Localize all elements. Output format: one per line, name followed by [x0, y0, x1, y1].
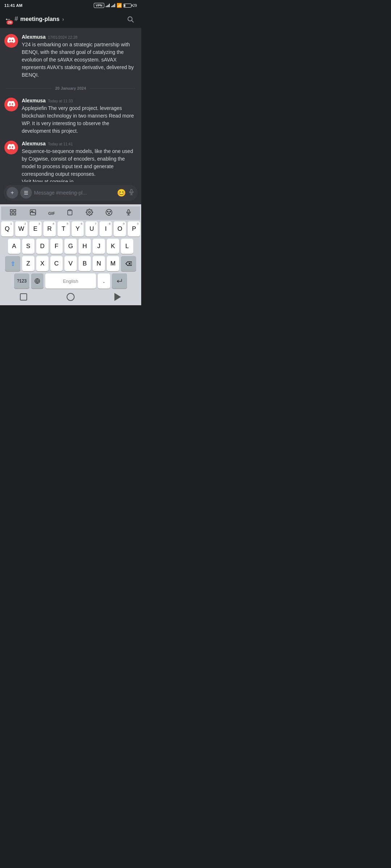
svg-rect-7 — [14, 210, 16, 212]
period-key[interactable]: . — [98, 273, 110, 289]
key-row-3: ⇧ Z X C V B N M — [1, 256, 140, 271]
input-row: + Message #meeting-pl... 😊 — [4, 185, 138, 201]
globe-key[interactable] — [31, 273, 43, 289]
keyboard-grid-button[interactable] — [7, 208, 19, 218]
key-p[interactable]: P0 — [128, 221, 140, 237]
keyboard-gif-button[interactable]: GIF — [47, 210, 56, 216]
svg-rect-9 — [14, 213, 16, 215]
avatar-1 — [4, 34, 18, 48]
nav-home-button[interactable] — [64, 292, 77, 302]
mic-button[interactable] — [128, 188, 135, 197]
key-s[interactable]: S — [22, 239, 34, 254]
key-i[interactable]: I8 — [100, 221, 112, 237]
channel-chevron-icon: › — [62, 16, 64, 22]
svg-rect-8 — [10, 213, 13, 215]
date-divider: 20 January 2024 — [0, 82, 141, 95]
plus-icon: + — [10, 190, 14, 196]
svg-point-16 — [110, 211, 111, 212]
svg-point-14 — [106, 209, 112, 216]
search-button[interactable] — [124, 13, 137, 26]
message-text-1: Y24 is embarking on a strategic partners… — [22, 41, 137, 79]
key-d[interactable]: D — [36, 239, 49, 254]
key-n[interactable]: N — [93, 256, 105, 271]
keyboard-settings-button[interactable] — [84, 208, 95, 218]
key-u[interactable]: U7 — [85, 221, 98, 237]
spacebar[interactable]: English — [45, 273, 96, 289]
svg-point-17 — [109, 213, 110, 214]
message-input[interactable]: Message #meeting-pl... — [34, 190, 115, 196]
vpn-badge: VPN — [94, 3, 104, 8]
nav-back-button[interactable] — [17, 292, 30, 302]
key-j[interactable]: J — [93, 239, 105, 254]
divider-line-left — [6, 88, 52, 89]
pen-button[interactable] — [20, 187, 32, 199]
shift-key[interactable]: ⇧ — [5, 256, 20, 271]
key-f[interactable]: F — [50, 239, 63, 254]
emoji-button[interactable]: 😊 — [117, 188, 126, 197]
delete-key[interactable] — [121, 256, 136, 271]
divider-text: 20 January 2024 — [55, 86, 86, 90]
message-group-2: Alexmusa Today at 11:33 Applepiefin The … — [0, 95, 141, 138]
nav-circle-icon — [67, 293, 75, 301]
nav-recent-button[interactable] — [111, 292, 124, 302]
key-v[interactable]: V — [64, 256, 77, 271]
key-r[interactable]: R4 — [43, 221, 56, 237]
message-content-1: Alexmusa 17/01/2024 22:28 Y24 is embarki… — [22, 34, 137, 79]
keyboard-clipboard-button[interactable] — [64, 208, 75, 218]
key-e[interactable]: E3 — [29, 221, 42, 237]
svg-rect-3 — [131, 189, 133, 192]
keyboard-mic-button[interactable] — [123, 208, 134, 218]
key-a[interactable]: A — [8, 239, 20, 254]
key-g[interactable]: G — [64, 239, 77, 254]
message-text-2: Applepiefin The very good project. lever… — [22, 105, 137, 135]
key-w[interactable]: W2 — [15, 221, 28, 237]
svg-rect-12 — [69, 210, 71, 211]
key-row-4: ?123 English . — [1, 273, 140, 289]
message-content-3: Alexmusa Today at 11:41 Sequence-to-sequ… — [22, 141, 137, 182]
back-button[interactable]: ← 29 — [4, 15, 12, 23]
key-b[interactable]: B — [79, 256, 91, 271]
messages-area: Alexmusa 17/01/2024 22:28 Y24 is embarki… — [0, 28, 141, 182]
message-text-3: Sequence-to-sequence models, like the on… — [22, 148, 137, 182]
key-c[interactable]: C — [50, 256, 63, 271]
svg-line-1 — [132, 20, 134, 22]
message-content-2: Alexmusa Today at 11:33 Applepiefin The … — [22, 98, 137, 135]
signal-bars — [106, 4, 110, 7]
divider-line-right — [90, 88, 136, 89]
message-group-1: Alexmusa 17/01/2024 22:28 Y24 is embarki… — [0, 31, 141, 82]
key-o[interactable]: O9 — [114, 221, 126, 237]
key-h[interactable]: H — [79, 239, 91, 254]
message-group-3: Alexmusa Today at 11:41 Sequence-to-sequ… — [0, 138, 141, 182]
keyboard-sticker-button[interactable] — [27, 208, 39, 218]
username-3: Alexmusa — [22, 141, 46, 146]
key-x[interactable]: X — [36, 256, 49, 271]
key-k[interactable]: K — [107, 239, 119, 254]
wifi-icon: 📶 — [117, 3, 122, 8]
key-m[interactable]: M — [107, 256, 119, 271]
key-z[interactable]: Z — [22, 256, 34, 271]
username-1: Alexmusa — [22, 34, 46, 40]
svg-point-15 — [108, 211, 109, 212]
key-q[interactable]: Q1 — [1, 221, 13, 237]
message-header-3: Alexmusa Today at 11:41 — [22, 141, 137, 146]
navigation-bar — [0, 290, 141, 305]
enter-key[interactable] — [112, 273, 127, 289]
battery-percent: 29 — [133, 4, 137, 8]
message-header-2: Alexmusa Today at 11:33 — [22, 98, 137, 103]
keyboard: GIF — [0, 204, 141, 290]
status-bar: 11:41 AM VPN 📶 29 — [0, 0, 141, 10]
key-t[interactable]: T5 — [58, 221, 70, 237]
username-2: Alexmusa — [22, 98, 46, 103]
battery-icon — [123, 4, 131, 8]
message-input-area: + Message #meeting-pl... 😊 — [0, 182, 141, 204]
key-y[interactable]: Y6 — [72, 221, 84, 237]
num-key[interactable]: ?123 — [14, 273, 29, 289]
key-row-1: Q1 W2 E3 R4 T5 Y6 U7 I8 O9 P0 — [1, 221, 140, 237]
add-button[interactable]: + — [7, 187, 18, 199]
key-l[interactable]: L — [121, 239, 133, 254]
timestamp-2: Today at 11:33 — [48, 99, 73, 103]
status-right: VPN 📶 29 — [94, 3, 137, 8]
shift-icon: ⇧ — [10, 260, 15, 267]
timestamp-1: 17/01/2024 22:28 — [48, 35, 77, 39]
keyboard-palette-button[interactable] — [103, 208, 115, 218]
